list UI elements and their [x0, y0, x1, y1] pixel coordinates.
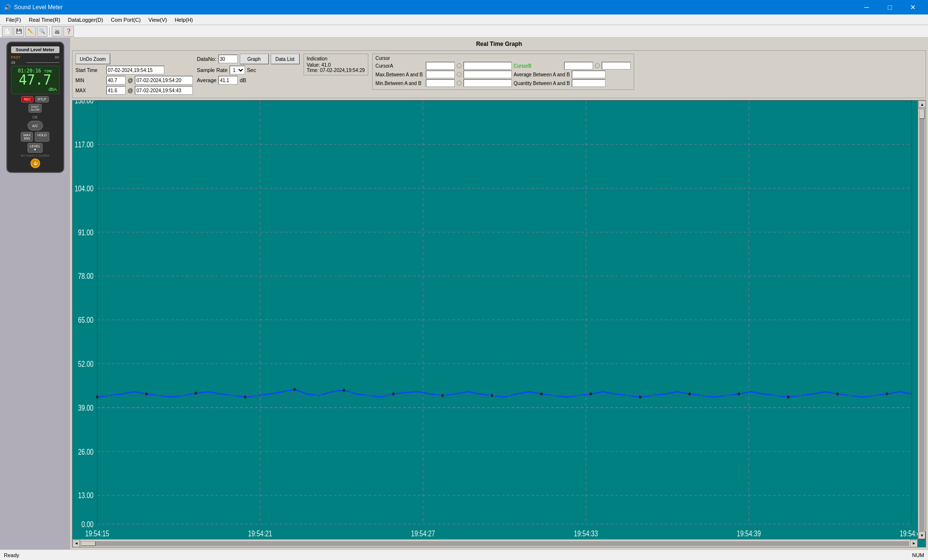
- min-between-input1[interactable]: [426, 79, 455, 87]
- menu-help[interactable]: Help(H): [171, 16, 197, 24]
- scale-max: 80: [55, 55, 59, 59]
- data-list-button[interactable]: Data List: [271, 54, 300, 64]
- average-unit: dB: [240, 77, 246, 83]
- svg-text:26.00: 26.00: [78, 447, 93, 456]
- scale-min: 39: [11, 60, 15, 65]
- device-fast-indicator: FAST 80: [11, 55, 59, 59]
- avg-between-input[interactable]: [572, 71, 606, 78]
- svg-text:19:54:33: 19:54:33: [574, 529, 598, 538]
- max-min-button[interactable]: MAXMIN: [21, 132, 33, 142]
- scroll-right-arrow[interactable]: ►: [910, 540, 918, 547]
- app-icon: 🔊: [4, 4, 11, 11]
- fast-label: FAST: [11, 55, 21, 59]
- scroll-thumb[interactable]: [81, 541, 96, 546]
- hold-button[interactable]: HOLD: [35, 132, 49, 142]
- sample-rate-select[interactable]: 1 2 5: [230, 66, 245, 74]
- max-value-input[interactable]: [106, 86, 126, 95]
- cursor-a-input2[interactable]: [464, 62, 512, 70]
- undo-zoom-button[interactable]: UnDo Zoom: [75, 54, 110, 64]
- sample-rate-label: Sample Rate: [197, 67, 228, 73]
- cursor-b-input2[interactable]: [602, 62, 631, 70]
- cursor-a-label: CursorA: [376, 63, 424, 69]
- device-header: Sound Level Meter: [11, 46, 59, 53]
- toolbar-new[interactable]: 📄: [2, 26, 13, 37]
- toolbar-save[interactable]: 💾: [14, 26, 24, 37]
- min-at: @: [128, 77, 133, 83]
- qty-between-input[interactable]: [572, 79, 606, 87]
- sample-rate-unit: Sec: [247, 67, 256, 73]
- svg-text:0.00: 0.00: [82, 520, 94, 529]
- max-between-input2[interactable]: [464, 71, 512, 78]
- start-time-input[interactable]: [106, 66, 164, 74]
- datano-input[interactable]: [218, 55, 238, 63]
- menu-comport[interactable]: Com Port(C): [107, 16, 145, 24]
- num-indicator: NUM: [912, 552, 924, 558]
- minimize-button[interactable]: ─: [856, 0, 878, 14]
- svg-text:130.00: 130.00: [74, 101, 93, 105]
- graph-vertical-scrollbar[interactable]: ▲ ▼: [918, 101, 926, 539]
- svg-text:117.00: 117.00: [74, 141, 93, 149]
- avg-between-label: Average Between A and B: [514, 72, 570, 77]
- controls-left: UnDo Zoom Start Time MIN @ MAX @: [75, 54, 193, 95]
- scroll-down-arrow[interactable]: ▼: [918, 531, 926, 539]
- device-panel: Sound Level Meter FAST 80 39 ───────────…: [0, 38, 70, 549]
- start-time-label: Start Time: [75, 68, 104, 73]
- svg-text:78.00: 78.00: [78, 272, 93, 281]
- controls-area: UnDo Zoom Start Time MIN @ MAX @: [72, 50, 926, 98]
- cursor-b-input1[interactable]: [564, 62, 593, 70]
- ac-button[interactable]: A/C: [28, 121, 43, 130]
- graph-button[interactable]: Graph: [240, 54, 269, 64]
- max-time-input[interactable]: [135, 86, 193, 95]
- menu-datalogger[interactable]: DataLogger(D): [64, 16, 107, 24]
- graph-svg: 130.00 117.00 104.00 91.00 78.00 65.00 5…: [72, 101, 918, 539]
- title-bar: 🔊 Sound Level Meter ─ □ ✕: [0, 0, 928, 14]
- average-label: Average: [197, 77, 217, 83]
- svg-text:104.00: 104.00: [74, 185, 93, 193]
- menu-realtime[interactable]: Real Time(R): [25, 16, 64, 24]
- level-button[interactable]: LEVEL▼: [28, 143, 43, 153]
- close-button[interactable]: ✕: [902, 0, 924, 14]
- scroll-track: [81, 541, 909, 546]
- min-time-input[interactable]: [135, 76, 193, 85]
- svg-text:52.00: 52.00: [78, 360, 93, 369]
- svg-text:19:54:15: 19:54:15: [85, 529, 109, 538]
- scroll-up-arrow[interactable]: ▲: [918, 101, 926, 108]
- svg-point-38: [244, 396, 246, 399]
- average-input[interactable]: [218, 76, 238, 85]
- min-between-input2[interactable]: [464, 79, 512, 87]
- toolbar-edit[interactable]: ✏️: [25, 26, 36, 37]
- cursor-b-dot: [595, 63, 600, 68]
- toolbar-print[interactable]: 🖨️: [52, 26, 62, 37]
- scroll-left-arrow[interactable]: ◄: [72, 540, 80, 547]
- right-panel: Real Time Graph UnDo Zoom Start Time MIN…: [70, 38, 928, 549]
- graph-title: Real Time Graph: [72, 40, 926, 48]
- svg-point-49: [787, 396, 789, 399]
- min-between-label: Min.Between A and B: [376, 81, 424, 86]
- cursor-b-label: CursorB: [514, 63, 562, 69]
- cursor-a-input1[interactable]: [426, 62, 455, 70]
- fast-slow-button[interactable]: FASTSLOW: [29, 104, 42, 113]
- toolbar-zoom-out[interactable]: 🔍: [37, 26, 47, 37]
- svg-text:91.00: 91.00: [78, 228, 93, 237]
- rec-button[interactable]: REC: [21, 96, 33, 102]
- svg-text:19:54:39: 19:54:39: [737, 529, 761, 538]
- indication-box: Indication Value: 41.0 Time: 07-02-2024,…: [304, 54, 368, 75]
- menu-view[interactable]: View(V): [145, 16, 171, 24]
- main-content: Sound Level Meter FAST 80 39 ───────────…: [0, 38, 928, 549]
- min-value-input[interactable]: [106, 76, 126, 85]
- menu-bar: File(F) Real Time(R) DataLogger(D) Com P…: [0, 14, 928, 25]
- max-between-input1[interactable]: [426, 71, 455, 78]
- rtlp-button[interactable]: RTLP: [35, 96, 49, 102]
- cursor-title: Cursor: [376, 56, 631, 61]
- device-buttons: REC RTLP FASTSLOW CE A/C MAXMIN HOLD LEV…: [11, 96, 59, 168]
- svg-point-50: [836, 392, 839, 395]
- max-at: @: [128, 87, 133, 93]
- maximize-button[interactable]: □: [879, 0, 901, 14]
- graph-horizontal-scrollbar[interactable]: ◄ ►: [72, 539, 918, 547]
- device-display: 01:20:16 TIME 47.7 dBA: [11, 66, 59, 94]
- svg-point-37: [195, 392, 197, 395]
- toolbar-help[interactable]: ❓: [63, 26, 74, 37]
- menu-file[interactable]: File(F): [2, 16, 25, 24]
- max-between-dot: [457, 72, 462, 77]
- power-button[interactable]: ⏻: [30, 158, 40, 168]
